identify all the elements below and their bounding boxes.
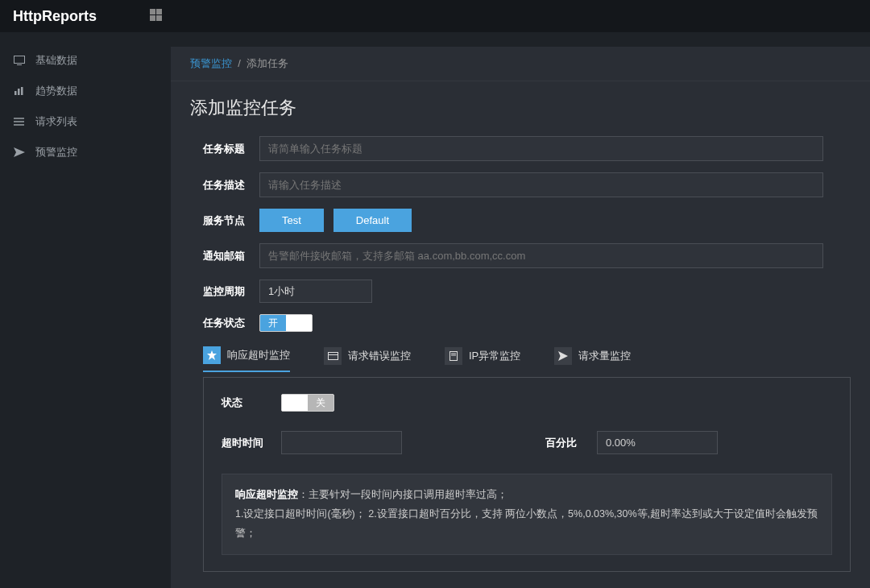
list-icon bbox=[13, 117, 26, 126]
label-notify-email: 通知邮箱 bbox=[203, 249, 259, 263]
tab-label: 响应超时监控 bbox=[227, 348, 290, 362]
send-icon bbox=[554, 347, 572, 365]
help-box: 响应超时监控：主要针对一段时间内接口调用超时率过高； 1.设定接口超时时间(毫秒… bbox=[222, 474, 832, 555]
sidebar-item-trend-data[interactable]: 趋势数据 bbox=[0, 76, 161, 106]
page-title: 添加监控任务 bbox=[171, 81, 870, 128]
breadcrumb-link-alert[interactable]: 预警监控 bbox=[190, 57, 232, 69]
sidebar-item-label: 趋势数据 bbox=[35, 84, 77, 98]
node-button-default[interactable]: Default bbox=[334, 209, 412, 232]
svg-marker-8 bbox=[14, 147, 25, 157]
tab-ip-anomaly[interactable]: IP异常监控 bbox=[445, 346, 520, 372]
switch-handle bbox=[282, 395, 308, 411]
label-task-title: 任务标题 bbox=[203, 142, 259, 156]
breadcrumb-current: 添加任务 bbox=[246, 57, 288, 69]
switch-panel-state[interactable]: 关 bbox=[281, 394, 334, 412]
breadcrumb: 预警监控 / 添加任务 bbox=[171, 47, 870, 81]
svg-rect-4 bbox=[21, 87, 23, 95]
input-timeout[interactable] bbox=[281, 431, 402, 454]
star-icon bbox=[203, 346, 221, 364]
app-grid-icon[interactable] bbox=[150, 9, 164, 23]
sidebar-item-basic-data[interactable]: 基础数据 bbox=[0, 45, 161, 76]
switch-handle bbox=[286, 315, 312, 331]
tab-label: 请求错误监控 bbox=[348, 349, 411, 363]
tab-panel-response-timeout: 状态 关 超时时间 百分比 响应超时监控：主要针对一段时间内接口调用超时率过高 bbox=[203, 377, 851, 572]
doc-icon bbox=[445, 347, 462, 365]
label-task-desc: 任务描述 bbox=[203, 178, 259, 193]
svg-marker-9 bbox=[207, 350, 217, 360]
tab-request-volume[interactable]: 请求量监控 bbox=[554, 346, 631, 372]
input-task-title[interactable] bbox=[259, 136, 823, 161]
input-notify-email[interactable] bbox=[259, 243, 823, 268]
sidebar-item-request-list[interactable]: 请求列表 bbox=[0, 106, 161, 137]
help-line1: ：主要针对一段时间内接口调用超时率过高； bbox=[298, 489, 508, 500]
svg-rect-12 bbox=[450, 352, 458, 361]
svg-rect-2 bbox=[14, 91, 17, 95]
sidebar-item-label: 预警监控 bbox=[35, 145, 77, 159]
sidebar-item-alert-monitor[interactable]: 预警监控 bbox=[0, 137, 161, 168]
select-monitor-cycle[interactable] bbox=[259, 280, 372, 303]
label-timeout: 超时时间 bbox=[222, 436, 270, 450]
help-title: 响应超时监控 bbox=[235, 489, 298, 500]
monitor-tabstrip: 响应超时监控 请求错误监控 IP异常监控 bbox=[203, 346, 851, 372]
svg-marker-15 bbox=[558, 351, 568, 361]
switch-task-status[interactable]: 开 bbox=[259, 314, 313, 332]
help-line2: 1.设定接口超时时间(毫秒)； 2.设置接口超时百分比，支持 两位小数点，5%,… bbox=[235, 505, 818, 544]
input-task-desc[interactable] bbox=[259, 172, 823, 197]
switch-on-label: 开 bbox=[260, 315, 286, 331]
label-service-nodes: 服务节点 bbox=[203, 213, 259, 228]
monitor-icon bbox=[13, 56, 26, 65]
tab-label: 请求量监控 bbox=[578, 349, 631, 363]
breadcrumb-sep: / bbox=[238, 57, 241, 69]
tab-request-error[interactable]: 请求错误监控 bbox=[324, 346, 411, 372]
tab-label: IP异常监控 bbox=[469, 349, 520, 363]
svg-rect-10 bbox=[328, 353, 338, 360]
sidebar-item-label: 基础数据 bbox=[35, 53, 77, 68]
svg-rect-0 bbox=[14, 56, 25, 64]
svg-rect-3 bbox=[18, 89, 20, 95]
label-task-status: 任务状态 bbox=[203, 316, 259, 330]
label-panel-state: 状态 bbox=[222, 395, 270, 410]
tab-response-timeout[interactable]: 响应超时监控 bbox=[203, 346, 290, 372]
main-content: 预警监控 / 添加任务 添加监控任务 任务标题 任务描述 服务节点 Test D… bbox=[171, 47, 870, 588]
chart-icon bbox=[13, 86, 26, 96]
switch-off-label: 关 bbox=[308, 395, 334, 411]
brand-logo: HttpReports bbox=[13, 8, 150, 25]
node-button-test[interactable]: Test bbox=[259, 209, 324, 232]
label-monitor-cycle: 监控周期 bbox=[203, 284, 259, 299]
card-icon bbox=[324, 347, 342, 365]
send-icon bbox=[13, 147, 26, 157]
sidebar: 基础数据 趋势数据 请求列表 预警监控 bbox=[0, 32, 161, 588]
label-percent: 百分比 bbox=[545, 436, 586, 450]
sidebar-item-label: 请求列表 bbox=[35, 114, 77, 129]
input-percent[interactable] bbox=[597, 431, 718, 454]
